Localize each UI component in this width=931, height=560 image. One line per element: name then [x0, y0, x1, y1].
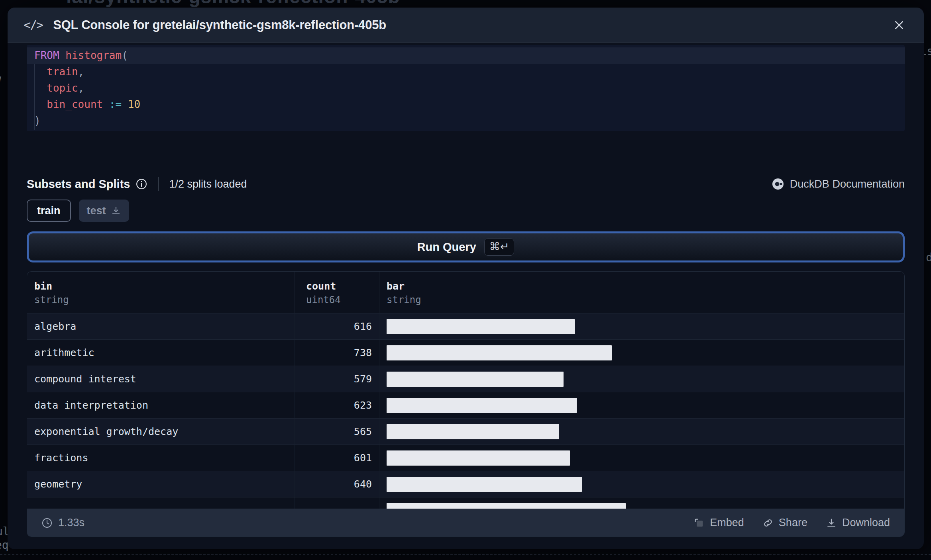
- count-cell: 640: [295, 471, 379, 497]
- bar-cell: [379, 471, 904, 497]
- split-button-test[interactable]: test: [79, 200, 129, 222]
- column-header-bin[interactable]: bin string: [27, 272, 295, 313]
- count-cell: 601: [295, 445, 379, 471]
- code-line: train,: [27, 64, 905, 80]
- code-line: ): [27, 113, 905, 129]
- bar-cell: [379, 392, 904, 418]
- histogram-bar: [387, 477, 582, 492]
- duckdb-documentation-link[interactable]: DuckDB Documentation: [772, 178, 905, 190]
- bar-cell: [379, 340, 904, 366]
- table-row[interactable]: arithmetic738: [27, 339, 904, 366]
- histogram-bar: [387, 398, 577, 413]
- count-cell: 565: [295, 419, 379, 444]
- duckdb-logo-icon: [772, 178, 784, 190]
- command-icon: ⌘: [489, 240, 500, 253]
- table-row[interactable]: geometry640: [27, 471, 904, 497]
- duckdb-documentation-label: DuckDB Documentation: [790, 178, 905, 190]
- table-row[interactable]: data interpretation623: [27, 392, 904, 418]
- splits-loaded-status: 1/2 splits loaded: [169, 178, 247, 190]
- share-link-icon: [762, 517, 774, 529]
- download-split-icon: [111, 206, 121, 216]
- code-icon: </>: [24, 18, 43, 32]
- split-button-train[interactable]: train: [27, 200, 71, 222]
- info-icon[interactable]: [136, 178, 147, 190]
- sql-console-modal: </> SQL Console for gretelai/synthetic-g…: [8, 8, 924, 549]
- code-token: [34, 98, 47, 110]
- code-token: ): [34, 115, 41, 127]
- code-token: FROM: [34, 49, 59, 61]
- cmd-enter-shortcut: ⌘↵: [484, 238, 515, 256]
- table-row[interactable]: compound interest579: [27, 366, 904, 392]
- background-page-title: lai/synthetic-gsm8k-reflection-405b: [66, 0, 400, 8]
- split-train-label: train: [37, 205, 61, 217]
- footer-actions: Embed Share: [693, 517, 890, 529]
- results-footer: 1.33s Embed: [27, 509, 904, 537]
- code-token: bin_count: [47, 98, 103, 110]
- code-token: 10: [128, 98, 140, 110]
- page-bottom-divider: [0, 554, 931, 555]
- histogram-bar: [387, 372, 564, 387]
- subsets-and-splits-row: Subsets and Splits 1/2 splits loaded Duc…: [27, 174, 905, 194]
- results-table: bin string count uint64 bar string algeb…: [27, 271, 905, 537]
- code-token: ,: [78, 82, 84, 94]
- run-query-button[interactable]: Run Query ⌘↵: [27, 231, 905, 262]
- sql-editor[interactable]: FROM histogram( train, topic, bin_count …: [27, 45, 905, 131]
- code-token: :=: [109, 98, 122, 110]
- close-icon: [893, 19, 905, 31]
- run-query-label: Run Query: [417, 241, 476, 254]
- count-cell: 616: [295, 313, 379, 339]
- clock-icon: [41, 517, 53, 529]
- column-header-count[interactable]: count uint64: [295, 272, 379, 313]
- code-token: [103, 98, 109, 110]
- bar-cell: [379, 419, 904, 444]
- histogram-bar: [387, 424, 559, 439]
- share-button[interactable]: Share: [762, 517, 807, 529]
- return-icon: ↵: [500, 240, 509, 253]
- background-text-fragment: w: [0, 72, 1, 86]
- download-label: Download: [842, 517, 890, 529]
- embed-button[interactable]: Embed: [693, 517, 744, 529]
- table-row[interactable]: exponential growth/decay565: [27, 418, 904, 444]
- code-line: topic,: [27, 80, 905, 96]
- table-row[interactable]: fractions601: [27, 444, 904, 471]
- modal-title: SQL Console for gretelai/synthetic-gsm8k…: [53, 18, 386, 32]
- code-line: FROM histogram(: [27, 47, 905, 64]
- table-row[interactable]: algebra616: [27, 313, 904, 339]
- download-icon: [826, 517, 837, 529]
- count-cell: 623: [295, 392, 379, 418]
- indent-guide: [34, 64, 35, 130]
- query-duration-value: 1.33s: [58, 517, 84, 529]
- count-cell: 579: [295, 366, 379, 392]
- code-token: [59, 49, 66, 61]
- histogram-bar: [387, 450, 570, 466]
- background-text-fragment: d: [926, 251, 931, 264]
- bin-cell: arithmetic: [27, 340, 295, 366]
- embed-label: Embed: [710, 517, 744, 529]
- splits-row: train test: [27, 200, 129, 222]
- code-token: [34, 82, 47, 94]
- code-token: (: [122, 49, 128, 61]
- bin-cell: geometry: [27, 471, 295, 497]
- code-token: train: [47, 66, 78, 78]
- modal-header: </> SQL Console for gretelai/synthetic-g…: [8, 8, 924, 43]
- subsets-label: Subsets and Splits: [27, 178, 130, 191]
- code-line: bin_count := 10: [27, 96, 905, 113]
- bar-cell: [379, 313, 904, 339]
- bin-cell: fractions: [27, 445, 295, 471]
- table-body: algebra616arithmetic738compound interest…: [27, 313, 904, 523]
- code-token: ,: [78, 66, 84, 78]
- download-button[interactable]: Download: [826, 517, 890, 529]
- code-token: histogram: [65, 49, 122, 61]
- bin-cell: exponential growth/decay: [27, 419, 295, 444]
- code-token: [122, 98, 128, 110]
- column-header-bar[interactable]: bar string: [379, 272, 904, 313]
- embed-icon: [693, 517, 705, 529]
- table-header-row: bin string count uint64 bar string: [27, 272, 904, 313]
- share-label: Share: [779, 517, 807, 529]
- histogram-bar: [387, 319, 575, 334]
- bin-cell: algebra: [27, 313, 295, 339]
- query-duration: 1.33s: [41, 517, 84, 529]
- count-cell: 738: [295, 340, 379, 366]
- histogram-bar: [387, 345, 612, 360]
- close-button[interactable]: [890, 16, 908, 34]
